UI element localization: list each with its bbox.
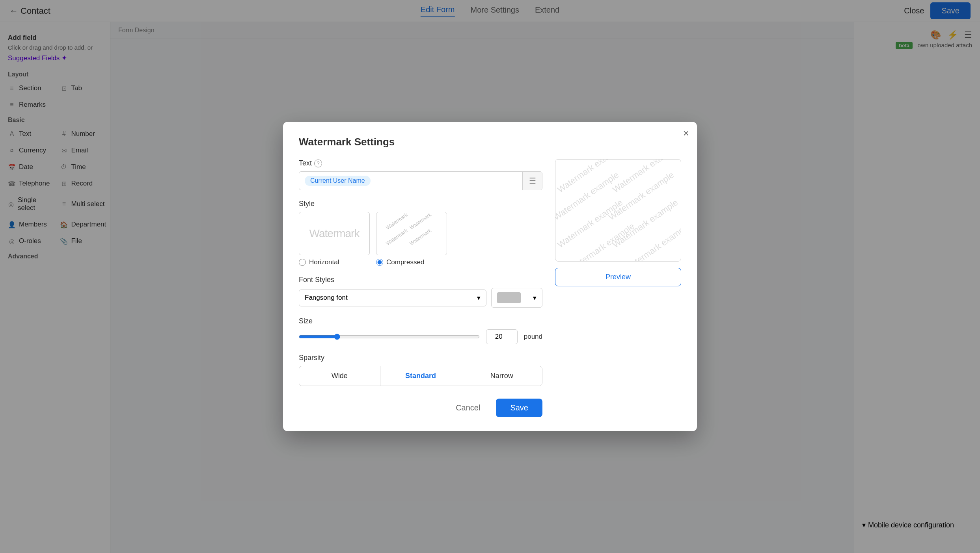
wm-preview-3: Watermark example [555,170,621,223]
wm-preview-7: Watermark example [567,221,636,262]
wm-preview-8: Watermark example [622,221,681,262]
sparsity-row: Wide Standard Narrow [299,366,542,386]
compressed-label: Compressed [386,258,424,266]
modal-close-button[interactable]: × [683,128,689,138]
filter-icon: ☰ [529,176,536,186]
compressed-radio-label[interactable]: Compressed [376,258,447,266]
compressed-style-option: Watermark Watermark Watermark Watermark … [376,212,447,266]
text-field-label: Text ? [299,159,542,167]
size-unit-label: pound [524,333,542,341]
save-modal-button[interactable]: Save [496,399,542,417]
wm-preview-2: Watermark example [611,159,680,195]
watermark-settings-modal: × Watermark Settings Text ? Current User… [283,122,697,431]
modal-body: Text ? Current User Name ☰ Style [299,159,681,417]
sparsity-label: Sparsity [299,354,542,362]
current-user-tag: Current User Name [305,176,371,186]
preview-button[interactable]: Preview [555,268,681,286]
font-dropdown[interactable]: Fangsong font ▾ [299,289,486,306]
size-slider[interactable] [299,334,480,340]
wm-preview-6: Watermark example [611,197,680,250]
horizontal-preview-box[interactable]: Watermark [299,212,370,255]
text-input-action-button[interactable]: ☰ [522,172,542,190]
horizontal-preview-text: Watermark [309,227,360,240]
size-label: Size [299,317,542,325]
text-input-row: Current User Name ☰ [299,171,542,190]
wm-preview-5: Watermark example [555,197,624,250]
modal-actions: Cancel Save [299,399,542,417]
color-swatch [497,292,521,303]
color-dropdown-chevron-icon: ▾ [533,294,537,302]
compressed-radio-input[interactable] [376,259,383,266]
compressed-preview-container: Watermark Watermark Watermark Watermark [376,212,447,255]
watermark-large-preview: Watermark example Watermark example Wate… [555,159,681,262]
horizontal-style-option: Watermark Horizontal [299,212,370,266]
wm-preview-1: Watermark example [555,159,624,195]
size-row: 20 pound [299,329,542,344]
wm-preview-4: Watermark example [607,170,676,223]
font-row: Fangsong font ▾ ▾ [299,288,542,308]
horizontal-label: Horizontal [309,258,339,266]
color-dropdown[interactable]: ▾ [491,288,542,308]
font-styles-label: Font Styles [299,276,542,284]
modal-title: Watermark Settings [299,136,681,148]
text-input-field[interactable]: Current User Name [299,172,522,190]
sparsity-wide-button[interactable]: Wide [299,366,380,386]
size-input[interactable]: 20 [486,329,518,344]
font-selected-label: Fangsong font [305,294,348,302]
modal-left: Text ? Current User Name ☰ Style [299,159,542,417]
modal-overlay: × Watermark Settings Text ? Current User… [0,0,980,553]
font-dropdown-chevron-icon: ▾ [477,294,481,302]
sparsity-standard-button[interactable]: Standard [380,366,462,386]
style-label: Style [299,200,542,208]
text-help-icon[interactable]: ? [314,160,322,167]
cancel-button[interactable]: Cancel [446,399,490,417]
modal-right: Watermark example Watermark example Wate… [555,159,681,417]
style-section: Style Watermark Horizontal [299,200,542,266]
style-options: Watermark Horizontal Watermark [299,212,542,266]
horizontal-radio-input[interactable] [299,259,306,266]
sparsity-narrow-button[interactable]: Narrow [461,366,542,386]
horizontal-radio-label[interactable]: Horizontal [299,258,370,266]
compressed-preview-box[interactable]: Watermark Watermark Watermark Watermark [376,212,447,255]
